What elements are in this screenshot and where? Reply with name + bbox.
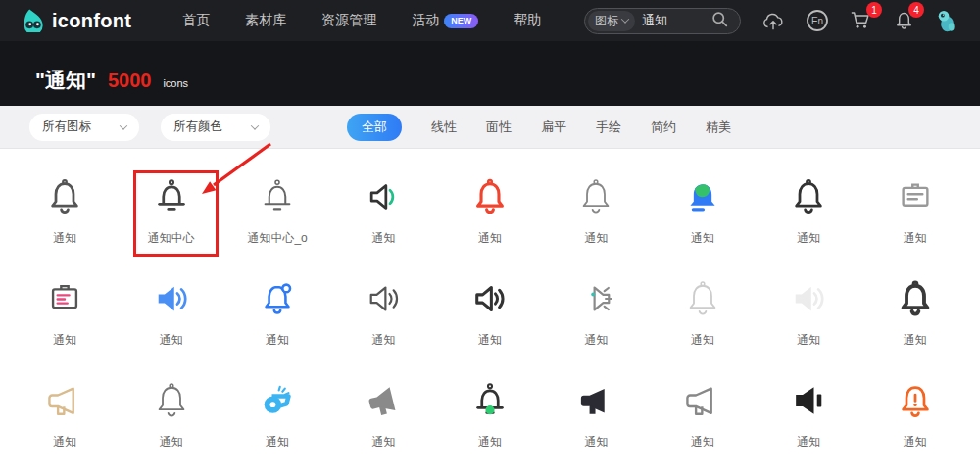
grid-item[interactable]: 通知 bbox=[756, 368, 861, 470]
nav-item-home[interactable]: 首页 bbox=[182, 12, 210, 29]
grid-item[interactable]: 通知 bbox=[224, 368, 330, 470]
megaphone-icon bbox=[680, 378, 725, 423]
grid-item[interactable]: 通知 bbox=[118, 368, 223, 470]
whistle-icon bbox=[255, 378, 300, 423]
all-colors-dropdown[interactable]: 所有颜色 bbox=[161, 114, 270, 141]
grid-item[interactable]: 通知 bbox=[437, 165, 543, 266]
nav-item-library[interactable]: 素材库 bbox=[245, 12, 286, 29]
board-icon bbox=[893, 174, 938, 219]
grid-item[interactable]: 通知 bbox=[330, 368, 436, 470]
bell-thin-icon bbox=[573, 174, 618, 219]
bell-icon bbox=[42, 174, 87, 219]
grid-item-label: 通知 bbox=[584, 332, 608, 349]
grid-item[interactable]: 通知 bbox=[118, 266, 223, 368]
bell-bold-icon bbox=[893, 276, 938, 321]
grid-item[interactable]: 通知 bbox=[12, 165, 118, 266]
notification-bell-button[interactable]: 4 bbox=[893, 9, 915, 32]
bell-leaf-icon bbox=[680, 174, 725, 219]
bell-alert-icon bbox=[893, 378, 938, 423]
horn-wave-icon bbox=[362, 174, 407, 219]
grid-item-label: 通知 bbox=[160, 332, 183, 349]
grid-item[interactable]: 通知 bbox=[12, 368, 118, 470]
speaker-icon bbox=[362, 276, 407, 321]
grid-item-label: 通知 bbox=[691, 332, 714, 349]
grid-item-label: 通知 bbox=[478, 230, 502, 247]
all-icons-dropdown[interactable]: 所有图标 bbox=[29, 114, 139, 141]
grid-item-label: 通知 bbox=[904, 332, 927, 349]
grid-item-label: 通知 bbox=[372, 230, 396, 247]
nav-search[interactable]: 图标 bbox=[584, 8, 741, 34]
grid-item-label: 通知 bbox=[160, 434, 183, 451]
search-icon[interactable] bbox=[711, 11, 728, 31]
grid-item-label: 通知 bbox=[797, 434, 820, 451]
nav-item-events[interactable]: 活动 NEW bbox=[412, 12, 478, 29]
grid-item[interactable]: 通知 bbox=[437, 266, 543, 368]
grid-item-label: 通知 bbox=[372, 434, 396, 451]
grid-item-label: 通知 bbox=[53, 332, 76, 349]
grid-item[interactable]: 通知 bbox=[224, 266, 330, 368]
megaphone-solid-tilt-icon bbox=[362, 378, 407, 423]
grid-item[interactable]: 通知 bbox=[650, 266, 756, 368]
bell-icon bbox=[786, 174, 831, 219]
tab-simple[interactable]: 简约 bbox=[651, 119, 676, 136]
grid-item-label: 通知 bbox=[691, 230, 714, 247]
grid-item[interactable]: 通知中心_o bbox=[224, 165, 330, 266]
search-category-dropdown[interactable]: 图标 bbox=[588, 11, 635, 31]
upload-button[interactable] bbox=[760, 9, 786, 32]
grid-item-label: 通知 bbox=[266, 434, 289, 451]
grid-item[interactable]: 通知 bbox=[12, 266, 118, 368]
grid-item[interactable]: 通知 bbox=[330, 266, 436, 368]
grid-item-label: 通知 bbox=[53, 230, 76, 247]
cart-button[interactable]: 1 bbox=[849, 9, 873, 32]
grid-item-label: 通知 bbox=[53, 434, 76, 451]
result-count: 5000 bbox=[108, 70, 152, 92]
grid-item[interactable]: 通知 bbox=[756, 266, 861, 368]
grid-item[interactable]: 通知 bbox=[543, 266, 649, 368]
nav-item-help[interactable]: 帮助 bbox=[514, 12, 541, 29]
grid-item[interactable]: 通知 bbox=[862, 368, 968, 470]
speaker-solid-icon bbox=[786, 276, 831, 321]
grid-item[interactable]: 通知 bbox=[756, 165, 861, 266]
new-badge: NEW bbox=[444, 14, 478, 28]
nav-item-resources[interactable]: 资源管理 bbox=[321, 12, 376, 29]
tab-filled[interactable]: 面性 bbox=[486, 119, 512, 136]
bell-flat-icon bbox=[149, 174, 194, 219]
bell-dot-icon bbox=[255, 276, 300, 321]
grid-item-label: 通知中心 bbox=[148, 230, 195, 247]
tab-all[interactable]: 全部 bbox=[347, 114, 402, 141]
iconfont-logo[interactable]: iconfont bbox=[22, 6, 131, 36]
notification-badge: 4 bbox=[908, 2, 924, 18]
search-query-text: "通知" bbox=[35, 67, 96, 94]
tab-flat[interactable]: 扁平 bbox=[541, 119, 566, 136]
all-colors-dropdown-label: 所有颜色 bbox=[173, 119, 222, 135]
language-toggle[interactable]: En bbox=[806, 9, 829, 32]
nav-item-events-label: 活动 bbox=[412, 12, 439, 29]
grid-item-label: 通知 bbox=[904, 230, 927, 247]
grid-item-label: 通知 bbox=[797, 332, 820, 349]
grid-item-label: 通知 bbox=[266, 332, 289, 349]
tab-handdrawn[interactable]: 手绘 bbox=[596, 119, 621, 136]
grid-item[interactable]: 通知 bbox=[543, 368, 649, 470]
chevron-down-icon bbox=[120, 121, 127, 129]
grid-item[interactable]: 通知 bbox=[862, 266, 968, 368]
nav-right: 图标 En 1 bbox=[584, 8, 958, 34]
grid-item-label: 通知 bbox=[797, 230, 820, 247]
grid-item-label: 通知 bbox=[904, 434, 927, 451]
nav-links: 首页 素材库 资源管理 活动 NEW 帮助 bbox=[182, 12, 541, 29]
search-input[interactable] bbox=[642, 14, 705, 28]
speaker-solid-bar-icon bbox=[786, 378, 831, 423]
user-avatar[interactable] bbox=[935, 8, 958, 33]
tab-exquisite[interactable]: 精美 bbox=[706, 119, 731, 136]
search-category-label: 图标 bbox=[595, 13, 618, 29]
grid-item[interactable]: 通知 bbox=[650, 368, 756, 470]
iconfont-logo-icon bbox=[22, 6, 45, 36]
grid-item[interactable]: 通知 bbox=[650, 165, 756, 266]
grid-item[interactable]: 通知 bbox=[543, 165, 649, 266]
bell-thin-icon bbox=[680, 276, 725, 321]
grid-item-annotated[interactable]: 通知中心 bbox=[118, 165, 223, 266]
tab-linear[interactable]: 线性 bbox=[431, 119, 457, 136]
grid-item-label: 通知 bbox=[478, 434, 502, 451]
grid-item[interactable]: 通知 bbox=[330, 165, 436, 266]
grid-item[interactable]: 通知 bbox=[437, 368, 543, 470]
grid-item[interactable]: 通知 bbox=[862, 165, 968, 266]
